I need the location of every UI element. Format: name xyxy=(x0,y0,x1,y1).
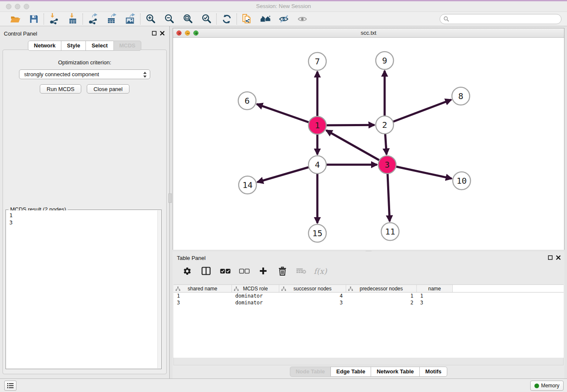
graph-edge-1-6[interactable] xyxy=(257,104,317,125)
export-image-button[interactable] xyxy=(124,13,136,25)
show-all-button[interactable] xyxy=(297,13,308,25)
graph-edge-2-8[interactable] xyxy=(385,100,451,125)
table-cell[interactable]: 1 xyxy=(417,293,453,299)
tab-mcds[interactable]: MCDS xyxy=(113,41,141,51)
selected-option-label: strongly connected component xyxy=(24,71,99,77)
tab-motifs[interactable]: Motifs xyxy=(419,367,447,377)
export-network-button[interactable] xyxy=(87,13,99,25)
deselect-all-rows-button[interactable] xyxy=(238,265,250,276)
table-cell[interactable]: 3 xyxy=(417,300,453,306)
status-bar: Memory xyxy=(0,378,567,392)
mcds-result-text[interactable]: 1 3 xyxy=(6,210,157,368)
svg-text:2: 2 xyxy=(382,120,387,130)
search-input[interactable] xyxy=(440,14,561,24)
graph-edge-3-10[interactable] xyxy=(387,165,452,179)
toggle-split-view-button[interactable] xyxy=(200,265,212,276)
graph-node-4[interactable]: 4 xyxy=(308,156,326,174)
task-history-button[interactable] xyxy=(4,381,17,391)
import-network-button[interactable] xyxy=(48,13,60,25)
graph-node-11[interactable]: 11 xyxy=(381,223,399,240)
column-header-MCDS-role[interactable]: MCDS role xyxy=(232,285,279,292)
network-view-window: scc.txt 7968124314101511 xyxy=(173,28,564,250)
refresh-layout-button[interactable] xyxy=(221,13,232,25)
graph-node-7[interactable]: 7 xyxy=(308,52,326,70)
graph-node-15[interactable]: 15 xyxy=(308,224,326,242)
graph-node-9[interactable]: 9 xyxy=(376,52,394,69)
tab-edge-table[interactable]: Edge Table xyxy=(330,367,371,377)
function-icon: f(x) xyxy=(314,267,327,276)
main-titlebar: Session: New Session xyxy=(0,1,567,12)
save-session-button[interactable] xyxy=(28,13,39,25)
home-neighbors-button[interactable] xyxy=(260,13,271,25)
graph-edge-3-1[interactable] xyxy=(326,130,387,165)
graph-node-6[interactable]: 6 xyxy=(238,92,256,110)
graph-node-14[interactable]: 14 xyxy=(239,176,256,194)
column-header-predecessor-nodes[interactable]: predecessor nodes xyxy=(346,285,417,292)
memory-button[interactable]: Memory xyxy=(530,381,564,391)
tab-select[interactable]: Select xyxy=(85,41,113,51)
table-cell[interactable]: dominator xyxy=(232,293,279,299)
vertical-splitter-handle[interactable] xyxy=(168,193,172,203)
svg-text:1: 1 xyxy=(315,120,320,130)
hide-selected-button[interactable] xyxy=(278,13,290,25)
select-stepper-icon xyxy=(143,72,147,78)
tab-network-table[interactable]: Network Table xyxy=(371,367,420,377)
add-column-button[interactable] xyxy=(257,265,269,276)
zoom-out-button[interactable] xyxy=(163,13,175,25)
column-header-shared-name[interactable]: shared name xyxy=(173,285,232,292)
column-header-name[interactable]: name xyxy=(417,285,453,292)
run-mcds-button[interactable]: Run MCDS xyxy=(40,84,81,94)
optimization-criterion-select[interactable]: strongly connected component xyxy=(19,69,150,79)
graph-node-3[interactable]: 3 xyxy=(378,156,396,174)
clone-network-button[interactable] xyxy=(241,13,253,25)
graph-node-1[interactable]: 1 xyxy=(308,116,326,134)
svg-text:6: 6 xyxy=(245,96,250,106)
close-panel-icon[interactable] xyxy=(556,255,561,260)
table-cell[interactable]: 1 xyxy=(173,293,232,299)
zoom-selected-button[interactable] xyxy=(201,13,212,25)
export-table-button[interactable] xyxy=(106,13,117,25)
graph-node-2[interactable]: 2 xyxy=(376,116,394,134)
float-panel-icon[interactable] xyxy=(152,31,157,36)
table-row[interactable]: 3dominator323 xyxy=(173,299,564,306)
table-cell[interactable]: 2 xyxy=(346,300,417,306)
table-cell[interactable]: dominator xyxy=(232,300,279,306)
clone-network-icon xyxy=(241,13,253,25)
zoom-fit-button[interactable] xyxy=(182,13,193,25)
tab-style[interactable]: Style xyxy=(61,41,86,51)
network-window-titlebar[interactable]: scc.txt xyxy=(173,28,564,38)
table-cell[interactable]: 1 xyxy=(346,293,417,299)
graph-node-10[interactable]: 10 xyxy=(453,172,471,190)
delete-column-button[interactable] xyxy=(276,265,288,276)
table-header-row: shared nameMCDS rolesuccessor nodesprede… xyxy=(173,285,564,293)
export-network-icon xyxy=(87,13,99,25)
import-table-button[interactable] xyxy=(67,13,78,25)
select-all-icon xyxy=(220,268,231,274)
table-body: 1dominator4113dominator323 xyxy=(173,293,564,306)
optimization-criterion-label: Optimization criterion: xyxy=(3,59,166,66)
table-hscrollbar[interactable] xyxy=(173,358,564,365)
tab-node-table[interactable]: Node Table xyxy=(290,367,331,377)
open-session-button[interactable] xyxy=(9,13,21,25)
table-settings-button[interactable] xyxy=(181,265,193,276)
network-graph[interactable]: 7968124314101511 xyxy=(173,38,564,250)
tab-network[interactable]: Network xyxy=(28,41,61,51)
search-icon xyxy=(443,16,449,22)
zoom-in-button[interactable] xyxy=(145,13,156,25)
graph-node-8[interactable]: 8 xyxy=(452,87,470,105)
table-cell[interactable]: 4 xyxy=(279,293,346,299)
table-cell[interactable]: 3 xyxy=(173,300,232,306)
svg-text:3: 3 xyxy=(385,160,390,170)
result-scrollbar[interactable] xyxy=(157,210,161,368)
select-all-rows-button[interactable] xyxy=(219,265,231,276)
svg-text:7: 7 xyxy=(315,56,320,66)
zoom-out-icon xyxy=(164,14,175,25)
close-panel-icon[interactable] xyxy=(160,31,165,36)
zoom-in-icon xyxy=(145,14,156,25)
delete-table-icon xyxy=(296,268,306,274)
close-panel-button[interactable]: Close panel xyxy=(87,84,129,94)
table-cell[interactable]: 3 xyxy=(279,300,346,306)
table-row[interactable]: 1dominator411 xyxy=(173,293,564,299)
column-header-successor-nodes[interactable]: successor nodes xyxy=(279,285,346,292)
float-panel-icon[interactable] xyxy=(548,255,553,260)
